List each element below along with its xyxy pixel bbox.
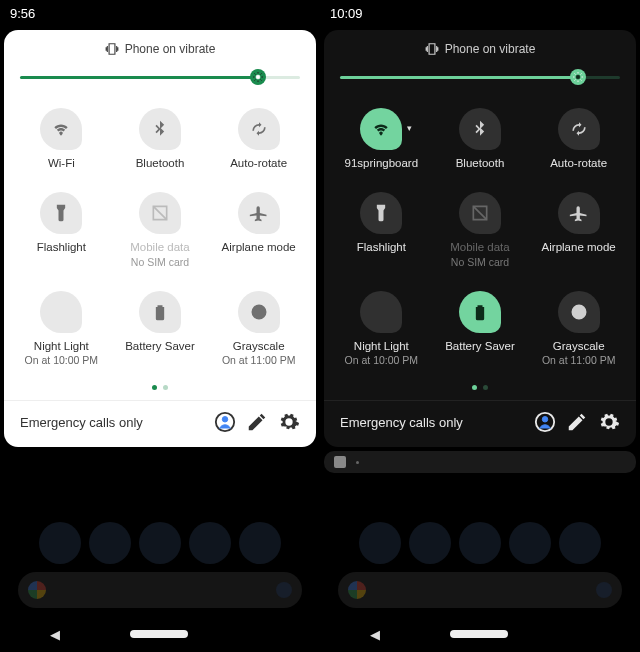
- qs-tile-icon-chip: [40, 108, 82, 150]
- qs-tile-mobiledata[interactable]: Mobile dataNo SIM card: [433, 192, 528, 269]
- brightness-slider[interactable]: [20, 66, 300, 88]
- panel-footer: Emergency calls only: [10, 401, 310, 439]
- rotate-icon: [569, 119, 589, 139]
- screenshot-light: 9:56 Phone on vibrate Wi-FiBluetoothAuto…: [0, 0, 320, 652]
- chevron-down-icon: ▾: [407, 123, 412, 134]
- dock-app: [409, 522, 451, 564]
- dock: [320, 522, 640, 564]
- gear-icon: [598, 411, 620, 433]
- clock: 9:56: [10, 6, 35, 21]
- qs-tile-icon-chip: [360, 192, 402, 234]
- search-bar: [338, 572, 622, 608]
- dock-app: [559, 522, 601, 564]
- qs-tile-icon-chip: [459, 291, 501, 333]
- grayscale-icon: [569, 302, 589, 322]
- qs-tile-icon-chip: [139, 108, 181, 150]
- qs-tile-icon-chip: [459, 108, 501, 150]
- mobiledata-icon: [470, 203, 490, 223]
- mobiledata-icon: [150, 203, 170, 223]
- quick-settings-panel: Phone on vibrate Wi-FiBluetoothAuto-rota…: [4, 30, 316, 447]
- qs-tile-grayscale[interactable]: GrayscaleOn at 11:00 PM: [211, 291, 306, 368]
- qs-tile-rotate[interactable]: Auto-rotate: [211, 108, 306, 170]
- qs-tile-sublabel: On at 10:00 PM: [345, 354, 419, 367]
- qs-tile-bluetooth[interactable]: Bluetooth: [433, 108, 528, 170]
- qs-tile-grayscale[interactable]: GrayscaleOn at 11:00 PM: [531, 291, 626, 368]
- nightlight-icon: [371, 302, 391, 322]
- user-switch-button[interactable]: [534, 411, 556, 433]
- dock-app: [189, 522, 231, 564]
- qs-tile-icon-chip: [459, 192, 501, 234]
- qs-tile-label: Battery Saver: [445, 339, 515, 353]
- tiles-grid: Wi-FiBluetoothAuto-rotateFlashlightMobil…: [10, 94, 310, 377]
- brightness-thumb[interactable]: [570, 69, 586, 85]
- brightness-slider[interactable]: [340, 66, 620, 88]
- dock-app: [509, 522, 551, 564]
- qs-tile-battery[interactable]: Battery Saver: [113, 291, 208, 368]
- qs-tile-battery[interactable]: Battery Saver: [433, 291, 528, 368]
- ringer-status[interactable]: Phone on vibrate: [330, 38, 630, 66]
- google-icon: [348, 581, 366, 599]
- nav-bar: ◀: [320, 616, 640, 652]
- status-bar: 9:56: [0, 0, 320, 26]
- dock: [0, 522, 320, 564]
- brightness-fill: [20, 76, 258, 79]
- page-dot: [152, 385, 157, 390]
- clock: 10:09: [330, 6, 363, 21]
- page-indicator[interactable]: [10, 377, 310, 400]
- qs-tile-bluetooth[interactable]: Bluetooth: [113, 108, 208, 170]
- qs-tile-flashlight[interactable]: Flashlight: [334, 192, 429, 269]
- ringer-status[interactable]: Phone on vibrate: [10, 38, 310, 66]
- page-dot: [163, 385, 168, 390]
- qs-tile-wifi[interactable]: ▾91springboard: [334, 108, 429, 170]
- nightlight-icon: [51, 302, 71, 322]
- qs-tile-sublabel: No SIM card: [131, 256, 189, 269]
- vibrate-icon: [425, 42, 439, 56]
- panel-footer: Emergency calls only: [330, 401, 630, 439]
- grayscale-icon: [249, 302, 269, 322]
- qs-tile-mobiledata[interactable]: Mobile dataNo SIM card: [113, 192, 208, 269]
- pencil-icon: [566, 411, 588, 433]
- ringer-status-label: Phone on vibrate: [445, 42, 536, 56]
- user-switch-button[interactable]: [214, 411, 236, 433]
- qs-tile-wifi[interactable]: Wi-Fi: [14, 108, 109, 170]
- qs-tile-icon-chip: [558, 192, 600, 234]
- edit-tiles-button[interactable]: [566, 411, 588, 433]
- qs-tile-icon-chip: ▾: [360, 108, 402, 150]
- home-pill[interactable]: [130, 630, 188, 638]
- settings-button[interactable]: [598, 411, 620, 433]
- qs-tile-airplane[interactable]: Airplane mode: [211, 192, 306, 269]
- qs-tile-icon-chip: [139, 291, 181, 333]
- qs-tile-icon-chip: [238, 108, 280, 150]
- vibrate-icon: [105, 42, 119, 56]
- qs-tile-flashlight[interactable]: Flashlight: [14, 192, 109, 269]
- brightness-thumb[interactable]: [250, 69, 266, 85]
- rotate-icon: [249, 119, 269, 139]
- page-indicator[interactable]: [330, 377, 630, 400]
- qs-tile-icon-chip: [238, 192, 280, 234]
- dock-app: [359, 522, 401, 564]
- qs-tile-label: Night Light: [34, 339, 89, 353]
- sun-icon: [572, 71, 584, 83]
- qs-tile-airplane[interactable]: Airplane mode: [531, 192, 626, 269]
- dock-app: [39, 522, 81, 564]
- back-button[interactable]: ◀: [370, 627, 380, 642]
- wifi-icon: [371, 119, 391, 139]
- qs-tile-icon-chip: [139, 192, 181, 234]
- qs-tile-rotate[interactable]: Auto-rotate: [531, 108, 626, 170]
- qs-tile-nightlight[interactable]: Night LightOn at 10:00 PM: [14, 291, 109, 368]
- status-bar: 10:09: [320, 0, 640, 26]
- back-button[interactable]: ◀: [50, 627, 60, 642]
- edit-tiles-button[interactable]: [246, 411, 268, 433]
- qs-tile-icon-chip: [238, 291, 280, 333]
- page-dot: [483, 385, 488, 390]
- google-icon: [28, 581, 46, 599]
- pencil-icon: [246, 411, 268, 433]
- home-pill[interactable]: [450, 630, 508, 638]
- qs-tile-nightlight[interactable]: Night LightOn at 10:00 PM: [334, 291, 429, 368]
- notification-peek[interactable]: [324, 451, 636, 473]
- assistant-icon: [276, 582, 292, 598]
- carrier-status: Emergency calls only: [340, 415, 463, 430]
- settings-button[interactable]: [278, 411, 300, 433]
- qs-tile-sublabel: No SIM card: [451, 256, 509, 269]
- qs-tile-icon-chip: [558, 291, 600, 333]
